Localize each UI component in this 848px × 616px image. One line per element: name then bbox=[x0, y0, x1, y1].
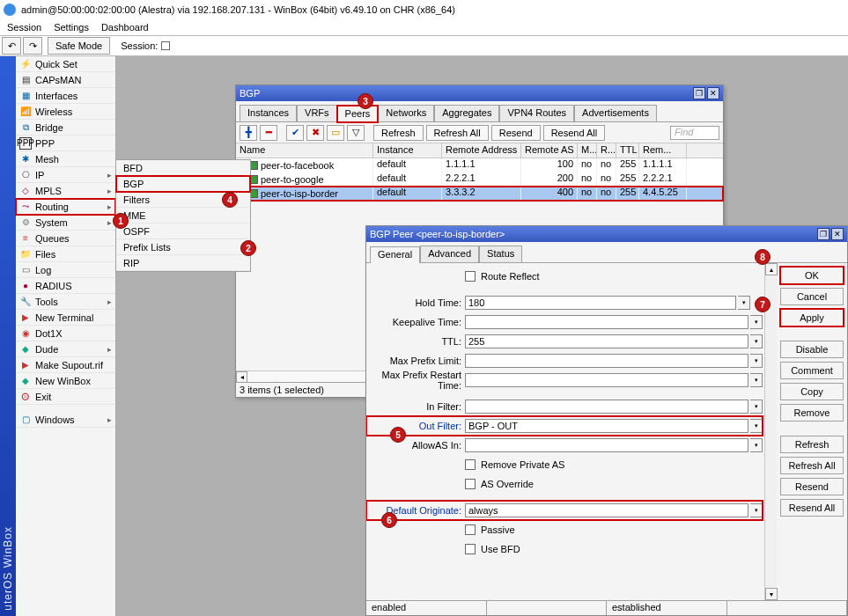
sidebar-item-tools[interactable]: 🔧Tools bbox=[16, 294, 115, 310]
allowas-input[interactable] bbox=[465, 438, 748, 452]
peer-close-icon[interactable]: ✕ bbox=[831, 228, 844, 240]
resend-button[interactable]: Resend bbox=[491, 125, 541, 141]
peer-restore-icon[interactable]: ❐ bbox=[817, 228, 830, 240]
tab-advertisements[interactable]: Advertisements bbox=[574, 105, 657, 121]
submenu-item-bfd[interactable]: BFD bbox=[116, 160, 250, 176]
hold-time-input[interactable] bbox=[465, 296, 736, 310]
sidebar-item-make-supout.rif[interactable]: ▶Make Supout.rif bbox=[16, 357, 115, 373]
out-filter-dd[interactable]: ▾ bbox=[750, 419, 763, 433]
passive-checkbox[interactable] bbox=[465, 524, 476, 535]
peer-tab-general[interactable]: General bbox=[370, 246, 420, 263]
safe-mode-button[interactable]: Safe Mode bbox=[48, 37, 110, 55]
bgp-close-icon[interactable]: ✕ bbox=[707, 87, 719, 99]
default-originate-input[interactable] bbox=[465, 503, 748, 517]
add-button[interactable]: ╋ bbox=[240, 125, 257, 141]
sidebar-item-ip[interactable]: ⎔IP bbox=[16, 167, 115, 183]
peer-titlebar[interactable]: BGP Peer <peer-to-isp-border> ❐✕ bbox=[366, 226, 847, 242]
submenu-item-ospf[interactable]: OSPF bbox=[116, 224, 250, 239]
refresh-button[interactable]: Refresh bbox=[780, 436, 844, 453]
in-filter-input[interactable] bbox=[465, 400, 748, 414]
peer-row[interactable]: peer-to-facebookdefault1.1.1.1100nono255… bbox=[236, 158, 723, 172]
filter-button[interactable]: ▽ bbox=[347, 125, 365, 141]
sidebar-item-routing[interactable]: ⤳Routing bbox=[16, 199, 115, 215]
sidebar-item-files[interactable]: 📁Files bbox=[16, 246, 115, 262]
sidebar-item-interfaces[interactable]: ▦Interfaces bbox=[16, 88, 115, 104]
cancel-button[interactable]: Cancel bbox=[780, 288, 844, 305]
form-vscroll[interactable]: ▴▾ bbox=[764, 263, 777, 600]
remove-private-checkbox[interactable] bbox=[465, 459, 476, 470]
keepalive-input[interactable] bbox=[465, 315, 748, 329]
ttl-input[interactable] bbox=[465, 334, 748, 348]
sidebar-item-wireless[interactable]: 📶Wireless bbox=[16, 104, 115, 120]
submenu-item-rip[interactable]: RIP bbox=[116, 255, 250, 271]
remove-button[interactable]: Remove bbox=[780, 404, 844, 422]
disable-button[interactable]: Disable bbox=[780, 341, 844, 358]
tab-aggregates[interactable]: Aggregates bbox=[434, 105, 499, 121]
sidebar-item-capsman[interactable]: ▤CAPsMAN bbox=[16, 72, 115, 88]
hold-time-dd[interactable]: ▾ bbox=[738, 296, 750, 310]
bgp-titlebar[interactable]: BGP ❐✕ bbox=[236, 85, 723, 101]
find-input[interactable]: Find bbox=[670, 126, 719, 140]
sidebar-item-quick-set[interactable]: ⚡Quick Set bbox=[16, 56, 115, 72]
undo-button[interactable]: ↶ bbox=[2, 37, 21, 55]
peer-tab-status[interactable]: Status bbox=[479, 246, 522, 262]
resend-button[interactable]: Resend bbox=[780, 478, 844, 495]
refresh-button[interactable]: Refresh bbox=[373, 125, 424, 141]
peer-form: Route Reflect Hold Time:▾s Keepalive Tim… bbox=[366, 263, 764, 600]
sidebar-item-mesh[interactable]: ✱Mesh bbox=[16, 151, 115, 167]
tab-networks[interactable]: Networks bbox=[378, 105, 434, 121]
sidebar-item-mpls[interactable]: ◇MPLS bbox=[16, 183, 115, 199]
sidebar-item-exit[interactable]: ⮿Exit bbox=[16, 389, 115, 405]
tab-instances[interactable]: Instances bbox=[240, 105, 297, 121]
sidebar-item-dude[interactable]: ◆Dude bbox=[16, 341, 115, 357]
max-prefix-rt-input[interactable] bbox=[465, 373, 748, 387]
sidebar-item-dot1x[interactable]: ◉Dot1X bbox=[16, 326, 115, 341]
sidebar-item-radius[interactable]: ●RADIUS bbox=[16, 278, 115, 294]
max-prefix-input[interactable] bbox=[465, 354, 748, 368]
refresh-all-button[interactable]: Refresh All bbox=[426, 125, 489, 141]
grid-header[interactable]: Name Instance Remote Address Remote AS M… bbox=[236, 143, 723, 158]
resend-all-button[interactable]: Resend All bbox=[543, 125, 606, 141]
route-reflect-checkbox[interactable] bbox=[465, 271, 476, 282]
sidebar-item-ppp[interactable]: PPPPPP bbox=[16, 136, 115, 151]
menu-dashboard[interactable]: Dashboard bbox=[101, 22, 149, 33]
use-bfd-checkbox[interactable] bbox=[465, 544, 476, 554]
scroll-down-icon[interactable]: ▾ bbox=[765, 588, 778, 600]
submenu-item-bgp[interactable]: BGP bbox=[116, 176, 250, 192]
sidebar-item-bridge[interactable]: ⧉Bridge bbox=[16, 120, 115, 136]
peer-row[interactable]: peer-to-isp-borderdefault3.3.3.2400nono2… bbox=[236, 187, 723, 201]
sidebar-item-system[interactable]: ⚙System bbox=[16, 215, 115, 231]
peer-row[interactable]: peer-to-googledefault2.2.2.1200nono2552.… bbox=[236, 172, 723, 187]
keepalive-dd[interactable]: ▾ bbox=[750, 315, 763, 329]
sidebar-item-new-winbox[interactable]: ◆New WinBox bbox=[16, 373, 115, 389]
sidebar-item-queues[interactable]: ≡Queues bbox=[16, 231, 115, 246]
sidebar-item-log[interactable]: ▭Log bbox=[16, 262, 115, 278]
as-override-checkbox[interactable] bbox=[465, 479, 476, 489]
redo-button[interactable]: ↷ bbox=[23, 37, 42, 55]
bgp-restore-icon[interactable]: ❐ bbox=[693, 87, 705, 99]
resend-all-button[interactable]: Resend All bbox=[780, 499, 844, 517]
ttl-dd[interactable]: ▾ bbox=[750, 334, 763, 348]
comment-button[interactable]: Comment bbox=[780, 362, 844, 379]
sidebar-item-new-terminal[interactable]: ▶New Terminal bbox=[16, 310, 115, 326]
sidebar-item-windows[interactable]: ▢Windows bbox=[16, 412, 115, 428]
peer-tab-advanced[interactable]: Advanced bbox=[420, 246, 479, 262]
disable-button[interactable]: ✖ bbox=[306, 125, 324, 141]
tab-vpn4-routes[interactable]: VPN4 Routes bbox=[499, 105, 574, 121]
apply-button[interactable]: Apply bbox=[780, 309, 844, 326]
menu-session[interactable]: Session bbox=[7, 22, 41, 33]
menu-settings[interactable]: Settings bbox=[54, 22, 89, 33]
default-originate-dd[interactable]: ▾ bbox=[750, 503, 763, 517]
copy-button[interactable]: Copy bbox=[780, 383, 844, 400]
refresh-all-button[interactable]: Refresh All bbox=[780, 457, 844, 474]
scroll-up-icon[interactable]: ▴ bbox=[765, 263, 778, 275]
out-filter-input[interactable] bbox=[465, 419, 748, 433]
submenu-item-prefix-lists[interactable]: Prefix Lists bbox=[116, 239, 250, 255]
submenu-item-mme[interactable]: MME bbox=[116, 208, 250, 224]
tab-vrfs[interactable]: VRFs bbox=[297, 105, 337, 121]
comment-button[interactable]: ▭ bbox=[327, 125, 344, 141]
remove-button[interactable]: ━ bbox=[260, 125, 277, 141]
enable-button[interactable]: ✔ bbox=[286, 125, 304, 141]
ok-button[interactable]: OK bbox=[780, 267, 844, 284]
tab-peers[interactable]: Peers bbox=[337, 106, 379, 122]
